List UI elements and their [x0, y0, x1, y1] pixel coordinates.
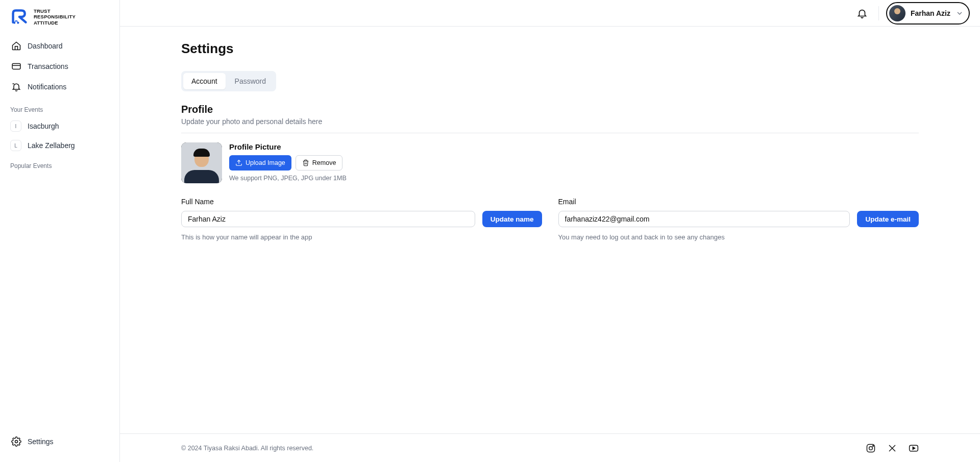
- tab-account[interactable]: Account: [183, 73, 226, 89]
- svg-rect-2: [12, 64, 20, 69]
- sidebar-item-settings[interactable]: Settings: [5, 431, 114, 452]
- avatar: [889, 5, 905, 21]
- divider: [878, 6, 879, 20]
- event-name: Lake Zellaberg: [28, 141, 75, 150]
- instagram-icon[interactable]: [866, 443, 876, 453]
- trash-icon: [302, 159, 309, 166]
- event-name: Isacburgh: [28, 122, 59, 130]
- email-hint: You may need to log out and back in to s…: [558, 233, 919, 241]
- topbar: Farhan Aziz: [120, 0, 980, 27]
- email-input[interactable]: [558, 211, 850, 227]
- sidebar: TRUST RESPONSIBILITY ATTITUDE Dashboard: [0, 0, 120, 462]
- tab-password[interactable]: Password: [227, 73, 274, 89]
- page-title: Settings: [181, 41, 919, 57]
- sidebar-item-transactions[interactable]: Transactions: [5, 56, 114, 77]
- bell-icon: [11, 82, 21, 92]
- update-name-button[interactable]: Update name: [482, 211, 542, 227]
- logo-text: TRUST RESPONSIBILITY ATTITUDE: [34, 8, 76, 26]
- separator: [181, 133, 919, 133]
- remove-image-button[interactable]: Remove: [296, 155, 343, 171]
- sidebar-item-label: Settings: [28, 437, 54, 446]
- your-events-label: Your Events: [0, 99, 119, 116]
- event-badge: I: [10, 120, 21, 132]
- update-email-button[interactable]: Update e-mail: [857, 211, 919, 227]
- popular-events-label: Popular Events: [0, 155, 119, 173]
- event-badge: L: [10, 140, 21, 151]
- home-icon: [11, 41, 21, 51]
- sidebar-item-label: Dashboard: [28, 42, 63, 50]
- svg-point-9: [873, 445, 874, 446]
- fullname-input[interactable]: [181, 211, 475, 227]
- sidebar-item-label: Transactions: [28, 62, 68, 70]
- svg-point-8: [869, 446, 873, 450]
- user-menu[interactable]: Farhan Aziz: [886, 2, 970, 25]
- copyright: © 2024 Tiyasa Raksi Abadi. All rights re…: [181, 445, 313, 452]
- svg-point-0: [13, 22, 15, 24]
- x-icon[interactable]: [887, 443, 897, 453]
- email-label: Email: [558, 198, 919, 206]
- tabs: Account Password: [181, 71, 276, 91]
- footer: © 2024 Tiyasa Raksi Abadi. All rights re…: [120, 433, 980, 462]
- event-item[interactable]: L Lake Zellaberg: [0, 136, 119, 155]
- sidebar-item-label: Notifications: [28, 83, 66, 91]
- user-name: Farhan Aziz: [911, 9, 950, 17]
- svg-marker-13: [913, 447, 915, 449]
- sidebar-item-dashboard[interactable]: Dashboard: [5, 36, 114, 56]
- fullname-hint: This is how your name will appear in the…: [181, 233, 542, 241]
- logo[interactable]: TRUST RESPONSIBILITY ATTITUDE: [0, 0, 119, 32]
- svg-point-5: [15, 441, 18, 443]
- bell-icon: [856, 8, 868, 19]
- profile-picture: [181, 142, 222, 183]
- card-icon: [11, 61, 21, 71]
- profile-subheading: Update your photo and personal details h…: [181, 117, 919, 126]
- gear-icon: [11, 436, 21, 447]
- sidebar-item-notifications[interactable]: Notifications: [5, 77, 114, 97]
- event-item[interactable]: I Isacburgh: [0, 116, 119, 136]
- notifications-button[interactable]: [853, 4, 871, 22]
- fullname-label: Full Name: [181, 198, 542, 206]
- chevron-down-icon: [955, 9, 964, 17]
- upload-image-button[interactable]: Upload Image: [229, 155, 291, 171]
- profile-picture-label: Profile Picture: [229, 142, 347, 151]
- profile-heading: Profile: [181, 104, 919, 115]
- youtube-icon[interactable]: [909, 443, 919, 453]
- svg-point-1: [17, 22, 19, 24]
- upload-icon: [235, 159, 242, 166]
- logo-icon: [10, 9, 29, 25]
- upload-hint: We support PNG, JPEG, JPG under 1MB: [229, 175, 347, 182]
